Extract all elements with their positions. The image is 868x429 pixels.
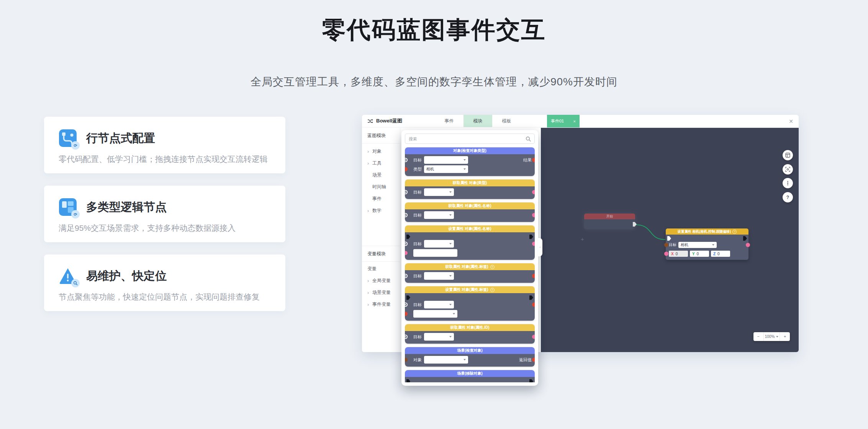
node-card[interactable]: 场景(移除对象)对象 (405, 370, 535, 382)
port-dot-white[interactable] (405, 274, 408, 278)
node-title: 场景(检查对象) (405, 347, 535, 354)
node-card[interactable]: 获取属性 对象(属性.名称)目标 (405, 202, 535, 222)
port-dot-brown[interactable] (405, 358, 408, 362)
node-select[interactable] (424, 301, 454, 308)
node-card[interactable]: 设置属性 对象(属性.标签)?目标 (405, 286, 535, 321)
camera-select[interactable]: 相机 (678, 242, 717, 248)
node-select[interactable] (424, 356, 468, 364)
flow-in-port[interactable] (406, 295, 410, 300)
flow-out-port[interactable] (743, 236, 747, 241)
port-dot-pink[interactable] (664, 252, 668, 256)
node-select[interactable] (424, 211, 454, 219)
port-out-label: 返回值 (519, 357, 532, 363)
node-card[interactable]: 获取属性 对象(属性.标签)?目标 (405, 263, 535, 283)
sidebar-item[interactable]: ›全局变量 (362, 275, 400, 287)
close-icon[interactable]: × (573, 119, 576, 124)
flow-out-port[interactable] (633, 222, 637, 227)
port-dot-pink[interactable] (746, 243, 750, 247)
tab-templates[interactable]: 模板 (492, 115, 521, 127)
start-node[interactable]: 开始 (584, 214, 635, 229)
sidebar-item[interactable]: ›场景变量 (362, 287, 400, 299)
flow-in-port[interactable] (667, 236, 671, 241)
port-dot-red[interactable] (532, 303, 535, 307)
sidebar-item[interactable]: ›工具 (362, 157, 400, 169)
tab-events[interactable]: 事件 (435, 115, 463, 127)
port-label: 目标 (413, 241, 422, 247)
flow-out-port[interactable] (529, 379, 533, 383)
sidebar-item[interactable]: ›对象 (362, 145, 400, 157)
chevron-down-icon (463, 359, 466, 360)
port-dot-pink[interactable] (532, 335, 535, 339)
node-input[interactable] (413, 249, 457, 257)
help-button[interactable]: ? (783, 192, 793, 202)
node-search[interactable] (405, 134, 535, 144)
node-card[interactable]: 获取属性 对象(类型)目标 (405, 179, 535, 199)
port-dot-brown[interactable] (664, 243, 668, 247)
port-dot-red[interactable] (532, 158, 535, 162)
flow-out-port[interactable] (529, 295, 533, 300)
doc-tab-event01[interactable]: 事件01 × (547, 115, 580, 127)
info-icon: ? (490, 265, 495, 269)
node-card[interactable]: 设置属性 对象(属性.名称)目标 (405, 225, 535, 260)
sidebar-item[interactable]: 时间轴 (362, 181, 400, 193)
node-select[interactable] (424, 272, 454, 280)
node-list: 对象(检查对象类型)目标结果类型相机获取属性 对象(类型)目标获取属性 对象(属… (405, 147, 535, 382)
page-title: 零代码蓝图事件交互 (0, 14, 868, 46)
node-select[interactable] (413, 310, 457, 318)
more-button[interactable] (783, 178, 793, 188)
port-dot-white[interactable] (405, 303, 408, 307)
flow-in-port[interactable] (406, 379, 410, 383)
sidebar-item[interactable]: ›事件变量 (362, 299, 400, 310)
node-card[interactable]: 场景(检查对象)对象返回值 (405, 347, 535, 367)
tab-modules[interactable]: 模块 (463, 115, 492, 127)
sidebar-item[interactable]: 场景 (362, 169, 400, 181)
blueprint-canvas[interactable]: + 开始 设置属性 相机(相机.控制.跟随偏移) ? (541, 128, 799, 352)
port-dot-white[interactable] (405, 213, 408, 217)
port-dot-pink[interactable] (405, 251, 408, 255)
focus-icon (785, 167, 790, 172)
shuffle-icon (367, 119, 373, 124)
node-title: 场景(移除对象) (405, 370, 535, 377)
app-logo: Bowell蓝图 (362, 115, 435, 127)
zoom-in-button[interactable]: + (780, 332, 790, 341)
port-dot-pink[interactable] (532, 213, 535, 217)
flow-out-port[interactable] (529, 235, 533, 239)
node-card[interactable]: 对象(检查对象类型)目标结果类型相机 (405, 147, 535, 176)
flow-in-port[interactable] (406, 235, 410, 239)
minimap-button[interactable] (783, 150, 793, 160)
port-dot-red[interactable] (532, 274, 535, 278)
port-label: 类型 (413, 166, 422, 172)
port-dot-white[interactable] (405, 190, 408, 194)
port-dot-pink[interactable] (532, 242, 535, 246)
window-close-icon[interactable]: ✕ (789, 115, 793, 127)
search-input[interactable] (409, 137, 523, 141)
port-dot-white[interactable] (405, 158, 408, 162)
chevron-down-icon (463, 159, 466, 161)
axis-y-input[interactable]: Y 0 (690, 251, 709, 257)
chevron-down-icon (453, 313, 455, 315)
panel-collapse-handle[interactable]: ‹ (538, 238, 542, 256)
sidebar-item[interactable]: 事件 (362, 193, 400, 205)
node-select[interactable] (424, 156, 468, 164)
port-dot-red[interactable] (405, 312, 408, 316)
focus-button[interactable] (783, 164, 793, 175)
node-select[interactable] (424, 333, 454, 341)
node-select[interactable] (424, 240, 454, 248)
node-title: 获取属性 对象(属性.ID) (405, 324, 535, 331)
chevron-down-icon (449, 304, 452, 305)
port-dot-white[interactable] (405, 335, 408, 339)
zoom-level[interactable]: 100% (763, 332, 780, 341)
sidebar-item[interactable]: ›数学 (362, 205, 400, 217)
port-dot-red[interactable] (405, 167, 408, 171)
zoom-out-button[interactable]: − (753, 332, 763, 341)
feature-card-logic-nodes: ⟳ 多类型逻辑节点 满足95%交互场景需求，支持多种动态数据源接入 (44, 186, 285, 242)
axis-x-input[interactable]: X 0 (669, 251, 688, 257)
axis-z-input[interactable]: Z 0 (711, 251, 730, 257)
node-select[interactable] (424, 188, 454, 196)
node-card[interactable]: 获取属性 对象(属性.ID)目标 (405, 324, 535, 344)
node-select[interactable]: 相机 (424, 165, 468, 173)
port-dot-pink[interactable] (532, 190, 535, 194)
port-dot-white[interactable] (405, 242, 408, 246)
port-dot-red[interactable] (532, 358, 535, 362)
set-property-camera-node[interactable]: 设置属性 相机(相机.控制.跟随偏移) ? 目标 相机 (666, 228, 748, 260)
